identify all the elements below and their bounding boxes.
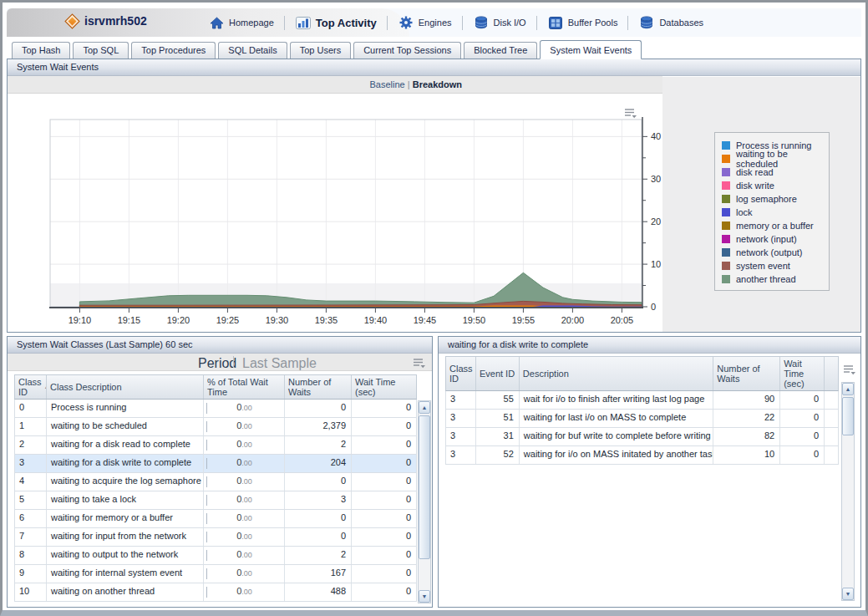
table-row[interactable]: 2waiting for a disk read to complete0.00… [14, 436, 417, 455]
scroll-up-button[interactable]: ▲ [419, 401, 430, 414]
scroll-up-button[interactable]: ▲ [842, 383, 854, 395]
column-header-label: Class ID [18, 377, 42, 397]
tab-top-sql[interactable]: Top SQL [73, 42, 129, 59]
period-value[interactable]: Last Sample [242, 356, 317, 371]
table-row[interactable]: 352waiting for i/o on MASS initated by a… [445, 446, 839, 465]
chart-menu-icon[interactable] [624, 107, 637, 118]
home-icon [208, 15, 225, 30]
legend-item-network-output[interactable]: network (output) [722, 246, 824, 259]
column-header-wait-time-sec[interactable]: Wait Time (sec) [352, 375, 416, 399]
app-window: isrvmrh502 HomepageTop ActivityEnginesDi… [0, 0, 868, 616]
legend-item-disk-write[interactable]: disk write [722, 179, 824, 192]
wait-classes-scrollbar[interactable]: ▲▼ [418, 400, 431, 603]
svg-text:19:20: 19:20 [167, 315, 190, 325]
scroll-down-button[interactable]: ▼ [419, 590, 430, 603]
column-header-number-of-waits[interactable]: Number of Waits [285, 375, 352, 399]
table-row[interactable]: 4waiting to acquire the log semaphore0.0… [14, 473, 417, 491]
table-row[interactable]: 10waiting on another thread0.004880 [14, 583, 417, 602]
nav-item-label: Databases [659, 18, 703, 28]
table-row[interactable]: 7waiting for input from the network0.000… [14, 528, 417, 547]
cell-of-total-wait-time: 0.00 [204, 418, 285, 435]
buffer-icon [547, 15, 564, 30]
cell-number-of-waits: 0 [285, 510, 352, 527]
legend-label: lock [736, 207, 753, 217]
scroll-down-button[interactable]: ▼ [842, 588, 854, 600]
pct-gauge [206, 403, 207, 414]
svg-text:19:10: 19:10 [69, 315, 92, 325]
table-row[interactable]: 9waiting for internal system event0.0016… [14, 565, 417, 583]
nav-item-engines[interactable]: Engines [390, 13, 459, 33]
legend-item-log-semaphore[interactable]: log semaphore [722, 192, 824, 206]
tab-sql-details[interactable]: SQL Details [218, 42, 287, 59]
database-icon [638, 15, 655, 30]
row-end-cell [825, 446, 838, 464]
table-row[interactable]: 8waiting to output to the network0.0020 [14, 547, 417, 565]
wait-classes-table: Class ID▲Class Description% of Total Wai… [14, 374, 417, 602]
legend-label: network (output) [736, 247, 802, 257]
scroll-thumb[interactable] [842, 397, 854, 435]
nav-item-label: Buffer Pools [568, 18, 618, 28]
breakdown-link[interactable]: Breakdown [413, 79, 462, 89]
cell-class-description: waiting to be scheduled [47, 418, 204, 435]
legend-item-lock[interactable]: lock [722, 206, 824, 219]
cell-number-of-waits: 82 [713, 428, 780, 445]
legend-item-another-thread[interactable]: another thread [722, 272, 824, 286]
table-row[interactable]: 5waiting to take a lock0.0030 [14, 491, 417, 510]
server-badge: isrvmrh502 [67, 14, 147, 28]
column-header-wait-time-sec[interactable]: Wait Time (sec) [780, 357, 825, 390]
scroll-thumb[interactable] [419, 415, 430, 559]
cell-number-of-waits: 90 [713, 391, 780, 409]
nav-item-buffer-pools[interactable]: Buffer Pools [540, 13, 626, 33]
column-header-label: % of Total Wait Time [207, 377, 281, 397]
tab-top-hash[interactable]: Top Hash [12, 42, 70, 59]
legend-item-waiting-to-be-scheduled[interactable]: waiting to be scheduled [722, 152, 824, 165]
table-row[interactable]: 331waiting for buf write to complete bef… [445, 428, 839, 446]
cell-wait-time-sec: 0 [780, 428, 825, 445]
nav-item-disk-i-o[interactable]: Disk I/O [465, 13, 534, 33]
table-row[interactable]: 3waiting for a disk write to complete0.0… [14, 455, 417, 473]
legend-item-system-event[interactable]: system event [722, 259, 824, 272]
cell-event-id: 52 [476, 446, 520, 464]
cell-description: waiting for last i/o on MASS to complete [520, 410, 713, 427]
wait-classes-menu-icon[interactable] [413, 357, 426, 368]
server-title: isrvmrh502 [84, 14, 147, 28]
legend-label: log semaphore [736, 194, 797, 204]
table-row[interactable]: 351waiting for last i/o on MASS to compl… [445, 410, 839, 428]
svg-text:0: 0 [651, 302, 656, 312]
legend-item-memory-or-a-buffer[interactable]: memory or a buffer [722, 219, 824, 232]
tab-current-top-sessions[interactable]: Current Top Sessions [353, 42, 461, 59]
column-header-of-total-wait-time[interactable]: % of Total Wait Time [204, 375, 285, 399]
baseline-link[interactable]: Baseline [370, 79, 405, 89]
tab-top-procedures[interactable]: Top Procedures [131, 42, 216, 59]
tab-system-wait-events[interactable]: System Wait Events [540, 40, 642, 59]
column-header-event-id[interactable]: Event ID [476, 357, 520, 390]
wait-events-menu-icon[interactable] [843, 364, 856, 374]
wait-events-scrollbar[interactable]: ▲▼ [841, 382, 855, 601]
svg-text:19:55: 19:55 [512, 315, 536, 325]
legend-label: network (input) [736, 234, 797, 244]
svg-text:20:00: 20:00 [561, 315, 585, 325]
table-row[interactable]: 6waiting for memory or a buffer0.0000 [14, 510, 417, 528]
pct-value: 0.00 [236, 439, 252, 449]
nav-item-top-activity[interactable]: Top Activity [287, 13, 384, 33]
table-row[interactable]: 355wait for i/o to finish after writing … [445, 391, 839, 410]
pct-value: 0.00 [236, 476, 252, 486]
nav-item-homepage[interactable]: Homepage [201, 13, 282, 33]
chart-toolbar: Baseline | Breakdown [8, 76, 662, 94]
column-header-class-description[interactable]: Class Description [47, 375, 204, 399]
tab-top-users[interactable]: Top Users [290, 42, 352, 59]
column-header-class-id[interactable]: Class ID▲ [446, 357, 476, 390]
table-row[interactable]: 0Process is running0.0000 [14, 400, 417, 418]
pct-gauge [206, 476, 207, 487]
column-header-number-of-waits[interactable]: Number of Waits [713, 357, 780, 390]
pct-value: 0.00 [236, 420, 252, 430]
nav-item-databases[interactable]: Databases [631, 13, 711, 33]
gear-icon [398, 15, 414, 30]
table-row[interactable]: 1waiting to be scheduled0.002,3790 [14, 418, 417, 436]
legend-item-network-input[interactable]: network (input) [722, 232, 824, 246]
nav-divider [284, 16, 285, 30]
column-header-class-id[interactable]: Class ID▲ [15, 375, 47, 399]
cell-of-total-wait-time: 0.00 [204, 491, 285, 509]
column-header-description[interactable]: Description [520, 357, 713, 390]
tab-blocked-tree[interactable]: Blocked Tree [464, 42, 537, 59]
